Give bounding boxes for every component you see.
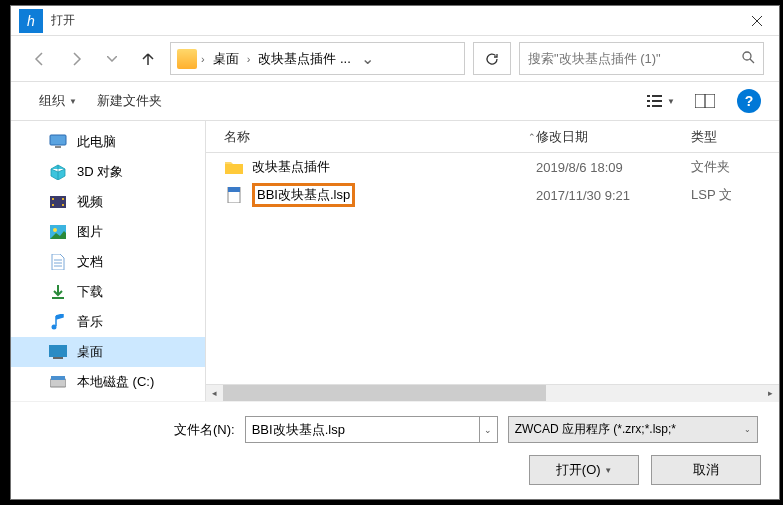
file-date: 2017/11/30 9:21 — [536, 188, 691, 203]
svg-rect-16 — [52, 204, 54, 206]
file-pane: 名称⌃ 修改日期 类型 改块基点插件 2019/8/6 18:09 文件夹 BB — [206, 121, 779, 401]
svg-rect-5 — [652, 95, 662, 97]
breadcrumb-item[interactable]: 桌面 — [209, 50, 243, 68]
column-headers: 名称⌃ 修改日期 类型 — [206, 121, 779, 153]
desktop-icon — [49, 343, 67, 361]
download-icon — [49, 283, 67, 301]
sidebar: 此电脑 3D 对象 视频 图片 文档 下载 — [11, 121, 206, 401]
refresh-button[interactable] — [473, 42, 511, 75]
svg-rect-6 — [647, 100, 650, 102]
svg-rect-29 — [51, 376, 65, 380]
horizontal-scrollbar[interactable]: ◂ ▸ — [206, 384, 779, 401]
svg-rect-9 — [652, 105, 662, 107]
drive-icon — [49, 373, 67, 391]
back-button[interactable] — [26, 45, 54, 73]
content-area: 此电脑 3D 对象 视频 图片 文档 下载 — [11, 121, 779, 401]
folder-icon — [177, 49, 197, 69]
sidebar-item-this-pc[interactable]: 此电脑 — [11, 127, 205, 157]
film-icon — [49, 193, 67, 211]
cancel-button[interactable]: 取消 — [651, 455, 761, 485]
monitor-icon — [49, 133, 67, 151]
file-type: 文件夹 — [691, 158, 779, 176]
scroll-right-button[interactable]: ▸ — [762, 385, 779, 402]
svg-rect-27 — [53, 357, 63, 359]
recent-dropdown[interactable] — [98, 45, 126, 73]
sidebar-item-music[interactable]: 音乐 — [11, 307, 205, 337]
filename-dropdown[interactable]: ⌄ — [480, 416, 498, 443]
file-type-filter[interactable]: ZWCAD 应用程序 (*.zrx;*.lsp;* ⌄ — [508, 416, 758, 443]
svg-rect-8 — [647, 105, 650, 107]
up-button[interactable] — [134, 45, 162, 73]
chevron-right-icon[interactable]: › — [247, 53, 251, 65]
svg-rect-7 — [652, 100, 662, 102]
file-name: BBI改块基点.lsp — [252, 183, 355, 207]
sidebar-item-desktop[interactable]: 桌面 — [11, 337, 205, 367]
breadcrumb[interactable]: › 桌面 › 改块基点插件 ... ⌄ — [170, 42, 465, 75]
svg-rect-17 — [62, 198, 64, 200]
help-button[interactable]: ? — [737, 89, 761, 113]
svg-rect-15 — [52, 198, 54, 200]
file-date: 2019/8/6 18:09 — [536, 160, 691, 175]
search-icon[interactable] — [741, 50, 755, 68]
close-button[interactable] — [734, 6, 779, 36]
file-list: 改块基点插件 2019/8/6 18:09 文件夹 BBI改块基点.lsp 20… — [206, 153, 779, 384]
sidebar-item-pictures[interactable]: 图片 — [11, 217, 205, 247]
window-title: 打开 — [51, 12, 734, 29]
svg-rect-12 — [50, 135, 66, 145]
lsp-file-icon — [224, 186, 244, 204]
new-folder-button[interactable]: 新建文件夹 — [87, 86, 172, 116]
chevron-down-icon: ⌄ — [744, 425, 751, 434]
filename-label: 文件名(N): — [174, 421, 235, 439]
svg-line-3 — [750, 59, 754, 63]
forward-button[interactable] — [62, 45, 90, 73]
file-row-folder[interactable]: 改块基点插件 2019/8/6 18:09 文件夹 — [206, 153, 779, 181]
filename-input[interactable] — [245, 416, 480, 443]
file-type: LSP 文 — [691, 186, 779, 204]
breadcrumb-dropdown[interactable]: ⌄ — [359, 49, 376, 68]
breadcrumb-item[interactable]: 改块基点插件 ... — [254, 50, 354, 68]
sort-arrow-icon: ⌃ — [528, 132, 536, 142]
view-mode-button[interactable]: ▼ — [641, 87, 681, 115]
file-name: 改块基点插件 — [252, 158, 330, 176]
svg-point-2 — [743, 52, 751, 60]
column-date[interactable]: 修改日期 — [536, 128, 691, 146]
nav-bar: › 桌面 › 改块基点插件 ... ⌄ — [11, 36, 779, 81]
svg-rect-28 — [50, 379, 66, 387]
sidebar-item-downloads[interactable]: 下载 — [11, 277, 205, 307]
open-file-dialog: h 打开 › 桌面 › 改块基点插件 ... ⌄ 组织 ▼ 新建文件夹 ▼ ? — [10, 5, 780, 500]
sidebar-item-3d-objects[interactable]: 3D 对象 — [11, 157, 205, 187]
column-type[interactable]: 类型 — [691, 128, 779, 146]
image-icon — [49, 223, 67, 241]
sidebar-item-local-disk-c[interactable]: 本地磁盘 (C:) — [11, 367, 205, 397]
svg-rect-4 — [647, 95, 650, 97]
document-icon — [49, 253, 67, 271]
scroll-left-button[interactable]: ◂ — [206, 385, 223, 402]
svg-rect-31 — [228, 187, 240, 192]
footer: 文件名(N): ⌄ ZWCAD 应用程序 (*.zrx;*.lsp;* ⌄ 打开… — [11, 401, 779, 499]
svg-rect-13 — [55, 146, 61, 148]
svg-rect-26 — [49, 345, 67, 357]
file-row-lsp[interactable]: BBI改块基点.lsp 2017/11/30 9:21 LSP 文 — [206, 181, 779, 209]
preview-pane-button[interactable] — [685, 87, 725, 115]
svg-point-25 — [52, 325, 57, 330]
svg-point-20 — [53, 228, 57, 232]
sidebar-item-documents[interactable]: 文档 — [11, 247, 205, 277]
scroll-track[interactable] — [223, 385, 762, 402]
sidebar-item-videos[interactable]: 视频 — [11, 187, 205, 217]
svg-rect-14 — [50, 196, 66, 208]
column-name[interactable]: 名称⌃ — [206, 128, 536, 146]
folder-icon — [224, 158, 244, 176]
chevron-right-icon[interactable]: › — [201, 53, 205, 65]
toolbar: 组织 ▼ 新建文件夹 ▼ ? — [11, 81, 779, 121]
search-box[interactable] — [519, 42, 764, 75]
cube-icon — [49, 163, 67, 181]
music-icon — [49, 313, 67, 331]
svg-rect-18 — [62, 204, 64, 206]
titlebar: h 打开 — [11, 6, 779, 36]
organize-menu[interactable]: 组织 ▼ — [29, 86, 87, 116]
scroll-thumb[interactable] — [223, 385, 546, 402]
open-button[interactable]: 打开(O) ▼ — [529, 455, 639, 485]
app-icon: h — [19, 9, 43, 33]
search-input[interactable] — [528, 51, 741, 66]
